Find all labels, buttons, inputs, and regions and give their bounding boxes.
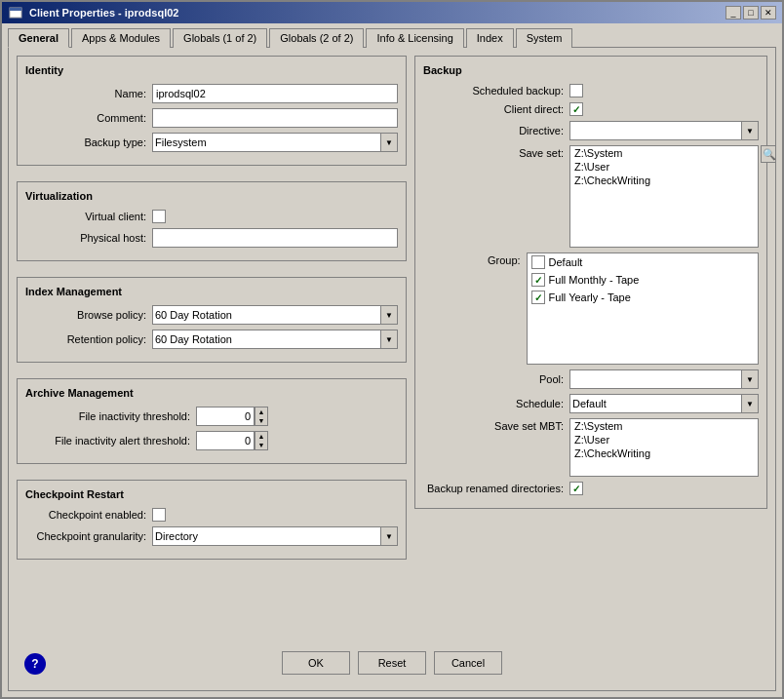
file-inactivity-label: File inactivity threshold: [25, 410, 196, 422]
pool-wrapper: ▼ [569, 369, 759, 389]
checkpoint-restart-title: Checkpoint Restart [25, 488, 398, 500]
title-bar: Client Properties - iprodsql02 _ □ ✕ [2, 2, 782, 23]
retention-policy-dropdown[interactable]: 60 Day Rotation 30 Day Rotation Default [152, 330, 398, 349]
file-inactivity-alert-spinner: ▲ ▼ [255, 431, 268, 450]
scheduled-backup-label: Scheduled backup: [423, 85, 569, 97]
group-listbox[interactable]: Default Full Monthly - Tape Full Yearly … [527, 252, 759, 365]
client-direct-row: Client direct: [423, 102, 759, 116]
file-inactivity-down-button[interactable]: ▼ [255, 416, 267, 425]
tab-system[interactable]: System [516, 28, 573, 48]
physical-host-label: Physical host: [25, 232, 152, 244]
tab-general[interactable]: General [8, 28, 69, 48]
checkpoint-restart-section: Checkpoint Restart Checkpoint enabled: C… [17, 480, 407, 560]
file-inactivity-alert-up-button[interactable]: ▲ [255, 432, 267, 441]
schedule-wrapper: Default Custom ▼ [569, 394, 759, 413]
reset-button[interactable]: Reset [358, 651, 426, 675]
maximize-button[interactable]: □ [743, 6, 759, 19]
retention-policy-row: Retention policy: 60 Day Rotation 30 Day… [25, 330, 398, 349]
retention-policy-wrapper: 60 Day Rotation 30 Day Rotation Default … [152, 330, 398, 349]
backup-renamed-label: Backup renamed directories: [423, 483, 569, 494]
index-management-title: Index Management [25, 286, 398, 297]
tab-info-licensing[interactable]: Info & Licensing [366, 28, 463, 48]
browse-policy-row: Browse policy: 60 Day Rotation 30 Day Ro… [25, 305, 398, 325]
file-inactivity-input[interactable] [196, 407, 255, 426]
client-direct-label: Client direct: [423, 103, 569, 115]
list-item: Full Yearly - Tape [528, 289, 758, 306]
file-inactivity-up-button[interactable]: ▲ [255, 408, 267, 416]
scheduled-backup-checkbox[interactable] [569, 84, 583, 97]
schedule-dropdown[interactable]: Default Custom [569, 394, 759, 413]
comment-field[interactable] [152, 108, 398, 128]
list-item: Default [528, 253, 758, 271]
name-label: Name: [25, 88, 152, 99]
group-default-label: Default [549, 256, 583, 268]
tab-index[interactable]: Index [466, 28, 514, 48]
physical-host-row: Physical host: [25, 228, 398, 248]
backup-type-label: Backup type: [25, 136, 152, 148]
save-set-wrapper: Z:\System Z:\User Z:\CheckWriting 🔍 [569, 145, 759, 248]
pool-dropdown[interactable] [569, 369, 759, 389]
schedule-label: Schedule: [423, 398, 569, 409]
name-row: Name: [25, 84, 398, 103]
tab-apps-modules[interactable]: Apps & Modules [71, 28, 171, 48]
name-field[interactable] [152, 84, 398, 103]
virtual-client-label: Virtual client: [25, 211, 152, 222]
save-set-search-button[interactable]: 🔍 [761, 145, 776, 163]
list-item: Full Monthly - Tape [528, 271, 758, 289]
left-column: Identity Name: Comment: Backup type: Fi [17, 56, 407, 643]
virtualization-section: Virtualization Virtual client: Physical … [17, 181, 407, 261]
directive-wrapper: ▼ [569, 121, 759, 140]
group-row: Group: Default Full Monthly - Tape [423, 252, 759, 365]
cancel-button[interactable]: Cancel [434, 651, 502, 675]
save-set-mbt-listbox[interactable]: Z:\System Z:\User Z:\CheckWriting [569, 418, 759, 477]
tab-globals-1[interactable]: Globals (1 of 2) [173, 28, 267, 48]
client-direct-checkbox[interactable] [569, 102, 583, 116]
ok-button[interactable]: OK [282, 651, 350, 675]
directive-dropdown[interactable] [569, 121, 759, 140]
identity-title: Identity [25, 64, 398, 76]
directive-label: Directive: [423, 125, 569, 136]
close-button[interactable]: ✕ [761, 6, 776, 19]
checkpoint-enabled-row: Checkpoint enabled: [25, 508, 398, 522]
physical-host-field[interactable] [152, 228, 398, 248]
checkpoint-granularity-wrapper: Directory File ▼ [152, 526, 398, 546]
schedule-row: Schedule: Default Custom ▼ [423, 394, 759, 413]
virtual-client-checkbox[interactable] [152, 210, 166, 223]
file-inactivity-alert-input[interactable] [196, 431, 255, 450]
file-inactivity-alert-row: File inactivity alert threshold: ▲ ▼ [25, 431, 398, 450]
comment-row: Comment: [25, 108, 398, 128]
backup-type-dropdown[interactable]: Filesystem [152, 133, 398, 152]
backup-title: Backup [423, 64, 759, 76]
file-inactivity-spinner: ▲ ▼ [255, 407, 268, 426]
group-default-checkbox[interactable] [531, 255, 545, 269]
list-item: Z:\System [570, 146, 758, 160]
virtual-client-row: Virtual client: [25, 210, 398, 223]
main-window: Client Properties - iprodsql02 _ □ ✕ Gen… [0, 0, 784, 699]
identity-section: Identity Name: Comment: Backup type: Fi [17, 56, 407, 166]
save-set-row: Save set: Z:\System Z:\User Z:\CheckWrit… [423, 145, 759, 248]
group-monthly-checkbox[interactable] [531, 273, 545, 287]
checkpoint-enabled-checkbox[interactable] [152, 508, 166, 522]
backup-renamed-row: Backup renamed directories: [423, 482, 759, 495]
save-set-label: Save set: [423, 145, 569, 159]
bottom-bar: ? OK Reset Cancel [17, 643, 767, 682]
right-column: Backup Scheduled backup: Client direct: … [414, 56, 767, 643]
list-item: Z:\System [570, 419, 758, 433]
browse-policy-wrapper: 60 Day Rotation 30 Day Rotation Default … [152, 305, 398, 325]
checkpoint-granularity-dropdown[interactable]: Directory File [152, 526, 398, 546]
archive-management-title: Archive Management [25, 387, 398, 399]
tab-globals-2[interactable]: Globals (2 of 2) [269, 28, 364, 48]
help-button[interactable]: ? [24, 653, 46, 675]
file-inactivity-alert-down-button[interactable]: ▼ [255, 441, 267, 449]
save-set-mbt-label: Save set MBT: [423, 418, 569, 432]
backup-renamed-checkbox[interactable] [569, 482, 583, 495]
save-set-listbox[interactable]: Z:\System Z:\User Z:\CheckWriting [569, 145, 759, 248]
minimize-button[interactable]: _ [725, 6, 741, 19]
file-inactivity-row: File inactivity threshold: ▲ ▼ [25, 407, 398, 426]
group-yearly-checkbox[interactable] [531, 291, 545, 304]
browse-policy-dropdown[interactable]: 60 Day Rotation 30 Day Rotation Default [152, 305, 398, 325]
list-item: Z:\CheckWriting [570, 447, 758, 460]
title-buttons: _ □ ✕ [725, 6, 776, 19]
list-item: Z:\User [570, 160, 758, 174]
backup-type-dropdown-wrapper: Filesystem ▼ [152, 133, 398, 152]
